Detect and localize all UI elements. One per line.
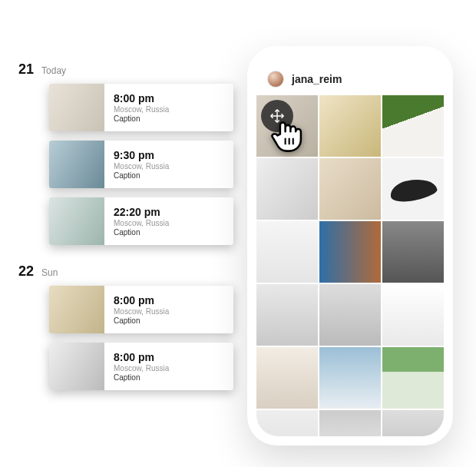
post-info: 8:00 pm Moscow, Russia Caption bbox=[104, 84, 178, 131]
post-location: Moscow, Russia bbox=[114, 364, 169, 373]
drag-hand-cursor-icon bbox=[267, 112, 309, 154]
phone-mockup: jana_reim bbox=[247, 46, 453, 445]
feed-grid bbox=[256, 95, 444, 436]
post-info: 9:30 pm Moscow, Russia Caption bbox=[104, 141, 178, 188]
post-thumbnail bbox=[49, 197, 104, 245]
day-header: 22 Sun bbox=[18, 263, 233, 280]
feed-tile[interactable] bbox=[382, 221, 444, 283]
feed-tile[interactable] bbox=[319, 410, 381, 436]
feed-tile[interactable] bbox=[382, 284, 444, 346]
feed-tile[interactable] bbox=[319, 347, 381, 409]
schedule-panel: 21 Today 8:00 pm Moscow, Russia Caption … bbox=[18, 61, 233, 409]
scheduled-post-card[interactable]: 8:00 pm Moscow, Russia Caption bbox=[49, 84, 233, 131]
feed-tile[interactable] bbox=[319, 158, 381, 220]
schedule-day: 21 Today 8:00 pm Moscow, Russia Caption … bbox=[18, 61, 233, 245]
post-caption: Caption bbox=[114, 228, 169, 237]
schedule-day: 22 Sun 8:00 pm Moscow, Russia Caption 8:… bbox=[18, 263, 233, 390]
feed-tile[interactable] bbox=[256, 347, 318, 409]
post-info: 8:00 pm Moscow, Russia Caption bbox=[104, 343, 178, 390]
day-label: Today bbox=[41, 65, 66, 76]
post-time: 8:00 pm bbox=[114, 294, 169, 306]
scheduled-post-card[interactable]: 9:30 pm Moscow, Russia Caption bbox=[49, 141, 233, 188]
scheduled-post-card[interactable]: 8:00 pm Moscow, Russia Caption bbox=[49, 286, 233, 333]
feed-tile[interactable] bbox=[319, 284, 381, 346]
post-location: Moscow, Russia bbox=[114, 307, 169, 316]
post-info: 8:00 pm Moscow, Russia Caption bbox=[104, 286, 178, 333]
post-time: 9:30 pm bbox=[114, 149, 169, 161]
post-time: 8:00 pm bbox=[114, 92, 169, 104]
day-number: 22 bbox=[18, 263, 34, 280]
feed-tile[interactable] bbox=[382, 95, 444, 157]
profile-bar[interactable]: jana_reim bbox=[256, 55, 444, 95]
post-thumbnail bbox=[49, 141, 104, 188]
feed-tile[interactable] bbox=[256, 221, 318, 283]
feed-tile[interactable] bbox=[256, 158, 318, 220]
post-thumbnail bbox=[49, 84, 104, 131]
phone-screen: jana_reim bbox=[256, 55, 444, 436]
feed-tile[interactable] bbox=[319, 221, 381, 283]
scheduled-post-card[interactable]: 8:00 pm Moscow, Russia Caption bbox=[49, 343, 233, 390]
post-location: Moscow, Russia bbox=[114, 105, 169, 114]
post-caption: Caption bbox=[114, 373, 169, 382]
feed-tile[interactable] bbox=[319, 95, 381, 157]
feed-tile[interactable] bbox=[256, 284, 318, 346]
avatar[interactable] bbox=[267, 71, 284, 88]
feed-tile[interactable] bbox=[382, 347, 444, 409]
post-caption: Caption bbox=[114, 316, 169, 325]
feed-tile[interactable] bbox=[382, 410, 444, 436]
post-location: Moscow, Russia bbox=[114, 162, 169, 171]
feed-tile[interactable] bbox=[382, 158, 444, 220]
post-info: 22:20 pm Moscow, Russia Caption bbox=[104, 197, 178, 245]
post-caption: Caption bbox=[114, 171, 169, 180]
feed-tile[interactable] bbox=[256, 95, 318, 157]
post-thumbnail bbox=[49, 343, 104, 390]
day-header: 21 Today bbox=[18, 61, 233, 78]
day-label: Sun bbox=[41, 267, 58, 278]
post-caption: Caption bbox=[114, 114, 169, 123]
scheduled-post-card[interactable]: 22:20 pm Moscow, Russia Caption bbox=[49, 197, 233, 245]
feed-tile[interactable] bbox=[256, 410, 318, 436]
day-number: 21 bbox=[18, 61, 34, 78]
post-location: Moscow, Russia bbox=[114, 219, 169, 227]
post-thumbnail bbox=[49, 286, 104, 333]
username: jana_reim bbox=[292, 73, 342, 85]
post-time: 8:00 pm bbox=[114, 351, 169, 363]
post-time: 22:20 pm bbox=[114, 206, 169, 218]
